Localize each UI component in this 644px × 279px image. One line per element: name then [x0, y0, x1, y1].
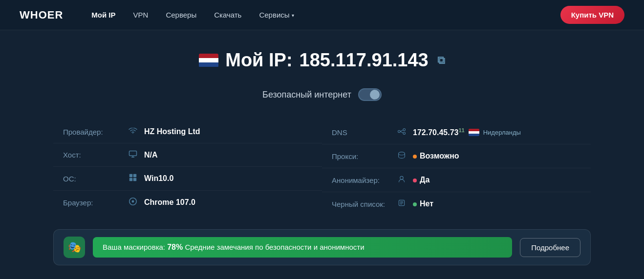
anonymizer-label: Анонимайзер:: [332, 176, 390, 184]
dns-icon: [396, 128, 407, 137]
copy-icon[interactable]: ⧉: [437, 54, 445, 67]
nav-item-servers[interactable]: Серверы: [157, 7, 205, 23]
header: WHOER Мой IP VPN Серверы Скачать Сервисы…: [0, 0, 644, 30]
browser-label: Браузер:: [63, 199, 122, 207]
blacklist-value: Нет: [413, 199, 433, 208]
info-grid: Провайдер: HZ Hosting Ltd Хост:: [53, 120, 591, 216]
logo[interactable]: WHOER: [20, 9, 63, 21]
svg-rect-4: [133, 178, 136, 181]
mask-shield-icon: 🎭: [68, 241, 81, 254]
dns-label: DNS: [332, 128, 390, 137]
proxy-label: Прокси:: [332, 152, 390, 160]
host-value: N/A: [144, 151, 158, 159]
dns-value: 172.70.45.7311 Нидерланды: [413, 127, 521, 137]
ip-title: Мой IP: 185.117.91.143 ⧉: [29, 50, 615, 71]
grid-icon: [128, 174, 138, 183]
dns-count: 11: [458, 127, 464, 133]
browser-value: Chrome 107.0: [144, 198, 195, 207]
mask-text: Ваша маскировка: 78% Средние замечания п…: [103, 243, 365, 251]
details-button[interactable]: Подробнее: [520, 238, 580, 257]
os-label: ОС:: [63, 175, 122, 183]
toggle-thumb: [370, 90, 380, 100]
svg-point-12: [399, 152, 405, 155]
mask-percent: 78%: [167, 243, 183, 251]
blacklist-row: Черный список: Нет: [322, 192, 591, 216]
safe-internet-label: Безопасный интернет: [262, 90, 351, 100]
ip-hero: Мой IP: 185.117.91.143 ⧉: [29, 50, 615, 71]
svg-line-10: [400, 130, 403, 131]
svg-point-7: [398, 130, 401, 133]
os-value: Win10.0: [144, 174, 173, 183]
svg-line-11: [400, 131, 403, 133]
safe-internet-toggle[interactable]: [358, 88, 382, 101]
proxy-icon: [396, 151, 407, 161]
anonymizer-icon: [396, 175, 407, 185]
blacklist-icon: [396, 199, 407, 209]
svg-point-6: [132, 200, 134, 203]
info-col-right: DNS 172.70.45.7311: [322, 120, 591, 216]
ip-label: Мой IP:: [225, 50, 292, 71]
main-content: Мой IP: 185.117.91.143 ⧉ Безопасный инте…: [0, 30, 644, 279]
svg-point-13: [400, 177, 403, 179]
anonymizer-value: Да: [413, 176, 429, 184]
mask-text-before: Ваша маскировка:: [103, 243, 167, 251]
nav-item-services[interactable]: Сервисы ▾: [250, 7, 302, 23]
buy-vpn-button[interactable]: Купить VPN: [560, 6, 624, 24]
proxy-row: Прокси: Возможно: [322, 144, 591, 168]
country-flag-nl: [199, 54, 218, 67]
provider-value: HZ Hosting Ltd: [144, 127, 200, 136]
mask-text-after: Средние замечания по безопасности и анон…: [183, 243, 364, 251]
svg-rect-3: [129, 178, 132, 181]
blacklist-label: Черный список:: [332, 200, 390, 208]
monitor-icon: [128, 150, 138, 159]
proxy-status-dot: [413, 155, 417, 159]
host-row: Хост: N/A: [53, 143, 322, 167]
blacklist-status-dot: [413, 202, 417, 206]
anonymizer-status-dot: [413, 179, 417, 182]
svg-point-8: [403, 128, 406, 131]
dns-ip-address: 172.70.45.7311: [413, 127, 465, 137]
svg-rect-1: [129, 174, 132, 177]
mask-icon-wrap: 🎭: [64, 237, 85, 258]
anonymizer-row: Анонимайзер: Да: [322, 168, 591, 192]
svg-rect-0: [129, 151, 137, 156]
dns-country-flag: [469, 129, 479, 136]
browser-row: Браузер: Chrome 107.0: [53, 191, 322, 214]
chevron-down-icon: ▾: [292, 13, 294, 18]
host-label: Хост:: [63, 151, 122, 159]
provider-label: Провайдер:: [63, 128, 122, 136]
svg-rect-2: [133, 174, 136, 177]
nav-item-download[interactable]: Скачать: [205, 7, 250, 23]
info-col-left: Провайдер: HZ Hosting Ltd Хост:: [53, 120, 322, 216]
nav: Мой IP VPN Серверы Скачать Сервисы ▾: [83, 7, 560, 23]
browser-icon: [128, 198, 138, 207]
proxy-value: Возможно: [413, 152, 459, 160]
os-row: ОС: Win10.0: [53, 167, 322, 191]
safe-internet-row: Безопасный интернет: [29, 88, 615, 101]
ip-address: 185.117.91.143: [300, 50, 429, 71]
mask-text-wrap: Ваша маскировка: 78% Средние замечания п…: [93, 237, 512, 258]
provider-row: Провайдер: HZ Hosting Ltd: [53, 120, 322, 143]
dns-country-label: Нидерланды: [483, 129, 521, 136]
nav-item-vpn[interactable]: VPN: [125, 7, 157, 23]
nav-item-my-ip[interactable]: Мой IP: [83, 7, 124, 23]
wifi-icon: [128, 127, 138, 136]
dns-row: DNS 172.70.45.7311: [322, 120, 591, 144]
masking-bar: 🎭 Ваша маскировка: 78% Средние замечания…: [53, 229, 591, 265]
svg-point-9: [403, 132, 406, 135]
